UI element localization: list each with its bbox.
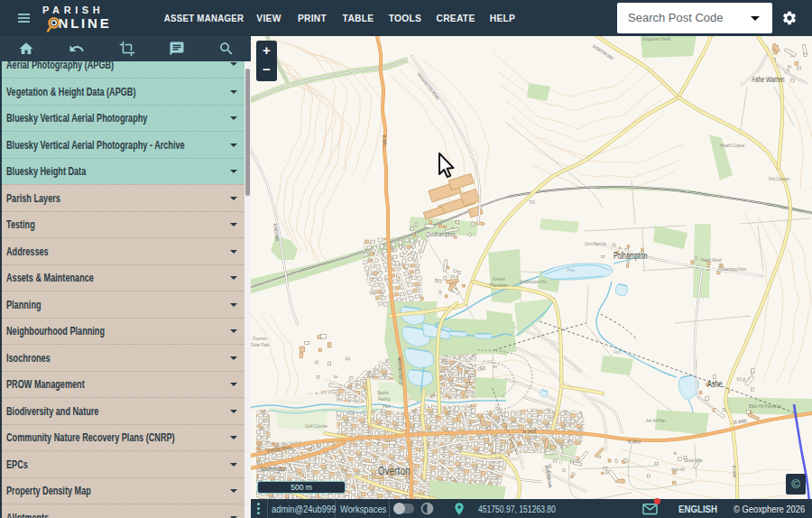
svg-text:B 3400: B 3400 bbox=[628, 438, 641, 444]
svg-text:Golf Course: Golf Course bbox=[305, 422, 328, 429]
svg-text:Facility: Facility bbox=[378, 395, 391, 402]
svg-text:Peach Wood: Peach Wood bbox=[701, 257, 722, 263]
svg-text:Sports: Sports bbox=[377, 389, 389, 395]
svg-text:Ashe: Ashe bbox=[707, 379, 723, 389]
svg-text:Court Farm Ho: Court Farm Ho bbox=[585, 241, 606, 246]
svg-text:Polhampton Farm: Polhampton Farm bbox=[718, 266, 746, 272]
svg-text:Quidhampton: Quidhampton bbox=[426, 230, 456, 238]
svg-text:Overton: Overton bbox=[378, 465, 411, 477]
svg-text:Kingsdown Heath: Kingsdown Heath bbox=[642, 36, 670, 42]
svg-text:Folly Cottages: Folly Cottages bbox=[769, 176, 790, 181]
svg-text:Ash Hill Plan: Ash Hill Plan bbox=[646, 418, 666, 423]
svg-text:Ashe Hill: Ashe Hill bbox=[671, 467, 685, 472]
svg-text:B 3400: B 3400 bbox=[523, 428, 536, 434]
svg-text:Polhampton: Polhampton bbox=[614, 251, 647, 262]
svg-text:B LANE: B LANE bbox=[732, 466, 737, 478]
svg-text:Solar Park: Solar Park bbox=[251, 341, 270, 347]
svg-text:Ford: Ford bbox=[614, 349, 621, 355]
svg-text:705: 705 bbox=[529, 200, 535, 206]
svg-text:Hyde Hill Plantation: Hyde Hill Plantation bbox=[749, 403, 781, 409]
svg-text:Quidhampton Ho: Quidhampton Ho bbox=[520, 279, 547, 284]
svg-text:Overton: Overton bbox=[253, 335, 267, 341]
svg-text:Sibeck Farm: Sibeck Farm bbox=[684, 458, 703, 463]
svg-text:Plantation: Plantation bbox=[490, 282, 508, 288]
svg-text:B 3051: B 3051 bbox=[382, 135, 387, 147]
svg-text:Park: Park bbox=[383, 402, 391, 409]
svg-text:Southington: Southington bbox=[260, 465, 287, 473]
svg-text:Ashe Warren: Ashe Warren bbox=[752, 75, 784, 84]
svg-text:Kennel: Kennel bbox=[493, 275, 505, 282]
svg-text:Heath Copse: Heath Copse bbox=[720, 142, 744, 148]
